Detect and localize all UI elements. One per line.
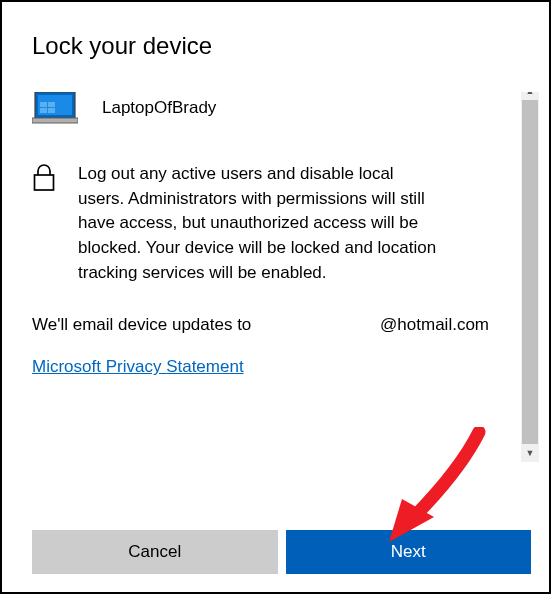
description-text: Log out any active users and disable loc… xyxy=(78,162,438,285)
description-row: Log out any active users and disable loc… xyxy=(32,162,509,285)
laptop-icon xyxy=(32,92,78,124)
svg-rect-6 xyxy=(35,175,54,190)
scroll-thumb[interactable] xyxy=(522,100,538,444)
scroll-up-button[interactable]: ▲ xyxy=(521,92,539,100)
email-notice: We'll email device updates to @hotmail.c… xyxy=(32,315,509,335)
email-notice-prefix: We'll email device updates to xyxy=(32,315,251,335)
content-pane: LaptopOfBrady Log out any active users a… xyxy=(32,92,521,524)
email-domain: @hotmail.com xyxy=(380,315,489,335)
page-title: Lock your device xyxy=(32,32,539,60)
privacy-link[interactable]: Microsoft Privacy Statement xyxy=(32,357,244,377)
next-button[interactable]: Next xyxy=(286,530,532,574)
cancel-button[interactable]: Cancel xyxy=(32,530,278,574)
lock-device-dialog: Lock your device LaptopOfBrady xyxy=(2,2,549,592)
lock-icon xyxy=(32,164,58,196)
button-row: Cancel Next xyxy=(32,524,539,582)
scroll-area: LaptopOfBrady Log out any active users a… xyxy=(32,92,539,524)
device-row: LaptopOfBrady xyxy=(32,92,509,124)
scrollbar[interactable]: ▲ ▼ xyxy=(521,92,539,462)
svg-rect-5 xyxy=(32,118,78,123)
scroll-down-button[interactable]: ▼ xyxy=(521,444,539,462)
device-name: LaptopOfBrady xyxy=(102,98,216,118)
